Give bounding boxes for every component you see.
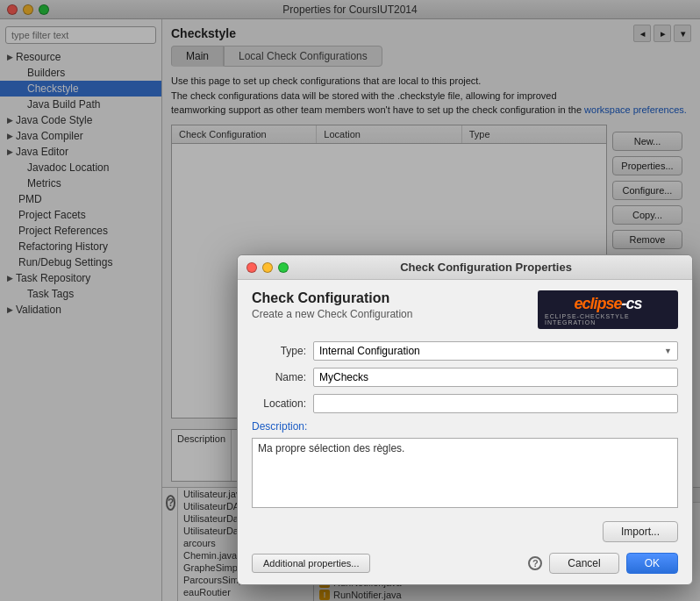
eclipse-logo: eclipse-cs Eclipse-Checkstyle Integratio… — [538, 290, 678, 329]
location-input[interactable] — [313, 394, 678, 413]
cancel-button[interactable]: Cancel — [549, 553, 618, 574]
modal-titlebar-buttons — [246, 262, 289, 273]
modal-header-text: Check Configuration Create a new Check C… — [252, 290, 538, 320]
modal-min-button[interactable] — [262, 262, 273, 273]
import-row: Import... — [238, 521, 692, 546]
name-label: Name: — [252, 371, 313, 383]
select-arrow-icon: ▼ — [664, 347, 672, 355]
ok-button[interactable]: OK — [626, 553, 678, 574]
eclipse-logo-sub: Eclipse-Checkstyle Integration — [545, 313, 671, 326]
type-label: Type: — [252, 345, 313, 357]
additional-properties-button[interactable]: Additional properties... — [252, 554, 370, 573]
description-label-blue: Description: — [252, 420, 678, 433]
form-row-name: Name: — [252, 368, 678, 387]
form-row-location: Location: — [252, 394, 678, 413]
modal-check-config-title: Check Configuration — [252, 290, 538, 306]
modal-content: Check Configuration Create a new Check C… — [238, 280, 692, 521]
form-row-type: Type: Internal Configuration ▼ — [252, 341, 678, 361]
modal-max-button[interactable] — [278, 262, 289, 273]
modal-close-button[interactable] — [246, 262, 257, 273]
modal-overlay: Check Configuration Properties Check Con… — [0, 0, 700, 601]
modal-footer-left: Additional properties... — [252, 554, 370, 573]
form-description-section: Description: Ma propre sélection des règ… — [252, 420, 678, 511]
modal-footer: Additional properties... ? Cancel OK — [238, 546, 692, 584]
eclipse-logo-text: eclipse-cs — [574, 295, 641, 313]
location-label: Location: — [252, 397, 313, 410]
name-input[interactable] — [313, 368, 678, 387]
type-select[interactable]: Internal Configuration ▼ — [313, 341, 678, 361]
modal-check-config-properties: Check Configuration Properties Check Con… — [237, 254, 693, 585]
modal-titlebar: Check Configuration Properties — [238, 255, 692, 280]
modal-title: Check Configuration Properties — [289, 261, 683, 274]
modal-help-icon[interactable]: ? — [528, 556, 542, 570]
modal-check-config-subtitle: Create a new Check Configuration — [252, 308, 538, 320]
import-button[interactable]: Import... — [603, 521, 678, 542]
description-textarea[interactable]: Ma propre sélection des règles. — [252, 438, 678, 508]
type-select-value: Internal Configuration — [319, 345, 420, 357]
modal-header-row: Check Configuration Create a new Check C… — [252, 290, 678, 329]
